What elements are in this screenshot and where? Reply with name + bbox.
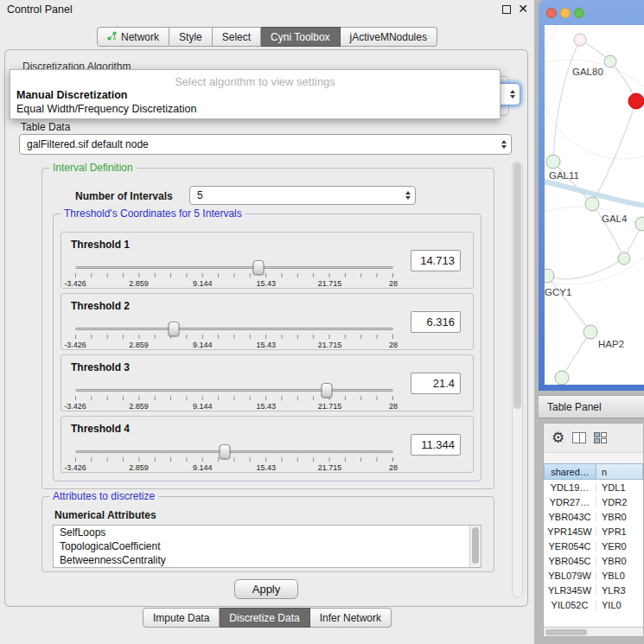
table-cell[interactable]: YDR2: [596, 497, 643, 507]
slider-scale: -3.4262.8599.14415.4321.71528: [75, 463, 393, 473]
float-window-icon[interactable]: [502, 5, 511, 14]
threshold-slider[interactable]: -3.4262.8599.14415.4321.71528: [75, 320, 393, 349]
minimize-traffic-light-icon[interactable]: [560, 8, 571, 18]
gear-icon[interactable]: ⚙: [552, 430, 564, 445]
stepper-arrows[interactable]: [405, 191, 411, 200]
table-cell[interactable]: YPR1: [596, 526, 643, 537]
table-cell[interactable]: YDL1: [596, 482, 643, 493]
threshold-slider[interactable]: -3.4262.8599.14415.4321.71528: [75, 381, 393, 411]
selected-red-node[interactable]: [628, 93, 644, 109]
numerical-attributes-list[interactable]: SelfLoopsTopologicalCoefficientBetweenne…: [53, 525, 481, 568]
table-cell[interactable]: YBL0: [596, 571, 643, 581]
table-row[interactable]: YPR145WYPR1: [544, 524, 643, 539]
table-cell[interactable]: YLR345W: [544, 585, 596, 596]
table-cell[interactable]: YDR27…: [544, 497, 596, 507]
threshold-slider[interactable]: -3.4262.8599.14415.4321.71528: [75, 258, 393, 288]
scrollbar-thumb[interactable]: [472, 527, 479, 564]
table-header-row: shared… n: [544, 463, 643, 480]
node-label[interactable]: GAL11: [549, 170, 579, 181]
column-header-shared-name[interactable]: shared…: [544, 463, 596, 480]
slider-track[interactable]: [75, 328, 393, 330]
tab-style[interactable]: Style: [169, 27, 213, 47]
threshold-panel: Threshold 4 -3.4262.8599.14415.4321.7152…: [61, 416, 474, 473]
table-cell[interactable]: YPR145W: [544, 526, 596, 537]
apply-button[interactable]: Apply: [234, 579, 298, 599]
node-label[interactable]: GCY1: [545, 287, 571, 297]
table-cell[interactable]: YIL052C: [544, 600, 596, 610]
horizontal-scrollbar[interactable]: [544, 627, 643, 636]
slider-thumb[interactable]: [253, 260, 265, 275]
table-panel-titlebar[interactable]: Table Panel: [539, 395, 644, 418]
tab-cyni-toolbox[interactable]: Cyni Toolbox: [261, 27, 340, 47]
table-cell[interactable]: YLR3: [596, 585, 643, 596]
tab-select[interactable]: Select: [213, 27, 261, 47]
column-header-name[interactable]: n: [596, 463, 643, 480]
table-data-combobox[interactable]: galFiltered.sif default node: [19, 134, 512, 155]
threshold-value-field[interactable]: 11.344: [411, 434, 461, 456]
scrollbar-thumb[interactable]: [513, 163, 521, 409]
table-row[interactable]: YBL079WYBL0: [544, 568, 643, 583]
dropdown-option-manual-discretization[interactable]: Manual Discretization: [16, 89, 494, 101]
threshold-value-field[interactable]: 6.316: [411, 311, 461, 333]
threshold-label: Threshold 2: [71, 300, 130, 312]
table-cell[interactable]: YDL19…: [544, 482, 596, 493]
tab-jactivemnodules[interactable]: jActiveMNodules: [341, 27, 437, 47]
network-window-titlebar[interactable]: [539, 0, 644, 25]
node-label[interactable]: GAL80: [572, 67, 603, 77]
stepper-arrows[interactable]: [501, 140, 507, 149]
slider-thumb[interactable]: [219, 444, 230, 459]
network-canvas[interactable]: GAL80GAL11GAL4GCY1HAP2: [545, 25, 644, 385]
table-row[interactable]: YDL19…YDL1: [544, 480, 643, 494]
table-row[interactable]: YIL052CYIL0: [544, 597, 643, 612]
threshold-label: Threshold 4: [71, 423, 130, 435]
attribute-list-item[interactable]: SelfLoops: [54, 526, 481, 539]
node-label[interactable]: HAP2: [598, 339, 624, 349]
table-cell[interactable]: YBR0: [596, 512, 643, 522]
tab-label: Cyni Toolbox: [271, 31, 329, 43]
table-row[interactable]: YBR045CYBR0: [544, 553, 643, 568]
attribute-list-item[interactable]: BetweennessCentrality: [54, 553, 481, 567]
table-cell[interactable]: YIL0: [596, 600, 643, 610]
dropdown-option-equal-width-frequency[interactable]: Equal Width/Frequency Discretization: [16, 103, 494, 115]
tab-impute-data[interactable]: Impute Data: [143, 608, 220, 628]
thresholds-group: Threshold's Coordinates for 5 Intervals …: [53, 214, 481, 481]
tab-network[interactable]: Network: [97, 27, 169, 47]
panel-vertical-scrollbar[interactable]: [512, 161, 523, 597]
table-cell[interactable]: YBR043C: [544, 512, 596, 522]
slider-scale-label: 9.144: [193, 341, 213, 349]
slider-thumb[interactable]: [321, 383, 332, 398]
tab-infer-network[interactable]: Infer Network: [310, 608, 392, 628]
table-row[interactable]: YLR345WYLR3: [544, 583, 643, 597]
columns-icon[interactable]: [572, 432, 586, 443]
close-traffic-light-icon[interactable]: [546, 8, 557, 18]
select-columns-icon[interactable]: [594, 432, 607, 443]
close-icon[interactable]: ✕: [518, 2, 528, 16]
attribute-list-item[interactable]: TopologicalCoefficient: [54, 539, 481, 553]
slider-track[interactable]: [75, 266, 393, 269]
list-vertical-scrollbar[interactable]: [469, 526, 481, 567]
tab-discretize-data[interactable]: Discretize Data: [220, 608, 309, 628]
slider-track[interactable]: [75, 389, 393, 392]
number-of-intervals-combobox[interactable]: 5: [189, 186, 416, 205]
table-cell[interactable]: YER054C: [544, 541, 596, 552]
table-row[interactable]: YER054CYER0: [544, 539, 643, 553]
pink-node[interactable]: [574, 34, 586, 46]
threshold-value-field[interactable]: 14.713: [411, 250, 461, 271]
slider-track[interactable]: [75, 450, 393, 453]
slider-scale-label: 28: [389, 463, 398, 472]
table-cell[interactable]: YER0: [596, 541, 643, 552]
threshold-value-field[interactable]: 21.4: [411, 373, 461, 394]
slider-scale-label: 15.43: [257, 402, 277, 411]
node-label[interactable]: GAL4: [602, 214, 627, 224]
table-cell[interactable]: YBR045C: [544, 556, 596, 566]
slider-thumb[interactable]: [169, 322, 180, 336]
zoom-traffic-light-icon[interactable]: [574, 8, 584, 18]
stepper-arrows[interactable]: [510, 90, 515, 99]
table-row[interactable]: YDR27…YDR2: [544, 494, 643, 509]
table-cell[interactable]: YBR0: [596, 556, 643, 566]
scrollbar-thumb[interactable]: [545, 629, 587, 635]
table-row[interactable]: YBR043CYBR0: [544, 509, 643, 524]
table-cell[interactable]: YBL079W: [544, 571, 596, 581]
threshold-slider[interactable]: -3.4262.8599.14415.4321.71528: [75, 443, 393, 472]
slider-scale-label: 15.43: [257, 279, 277, 288]
